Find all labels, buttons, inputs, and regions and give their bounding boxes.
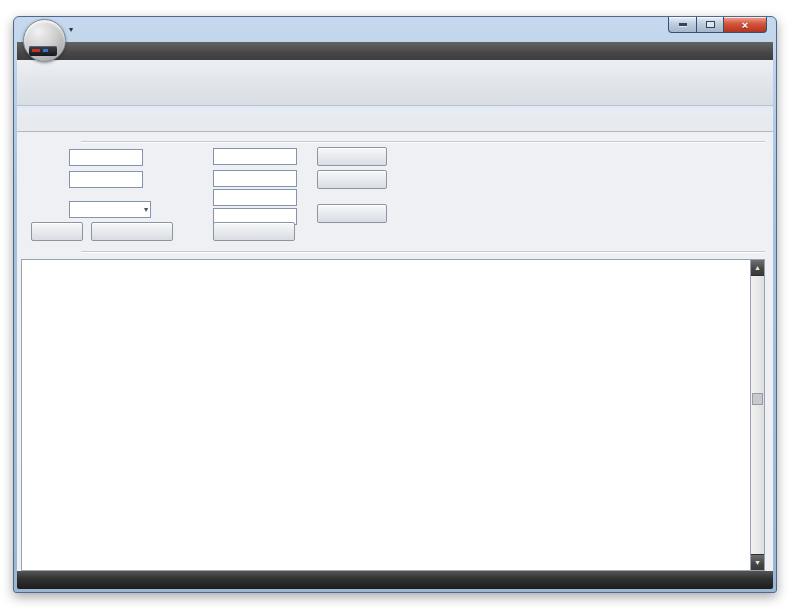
chevron-down-icon[interactable]: ▾ [144, 205, 148, 214]
scale-icon [29, 46, 57, 56]
quadratic-coef-input[interactable] [213, 148, 297, 165]
save-template-as-button[interactable] [91, 222, 173, 241]
close-icon: × [742, 20, 748, 30]
minimize-icon [679, 23, 687, 26]
scroll-up-button[interactable]: ▲ [751, 260, 764, 276]
scrollbar-track[interactable] [751, 276, 764, 554]
section-divider [81, 251, 765, 252]
write-calibration-word-button[interactable] [317, 204, 387, 223]
scroll-down-button[interactable]: ▼ [751, 554, 764, 570]
linear-adc-input[interactable] [69, 171, 143, 188]
quick-access-dropdown-icon[interactable]: ▾ [69, 25, 73, 34]
vertical-scrollbar[interactable]: ▲ ▼ [750, 260, 764, 570]
app-menu-button[interactable] [23, 19, 66, 62]
ribbon-tab-strip [17, 42, 773, 60]
enter-calibration-mode-button[interactable] [317, 147, 387, 166]
main-content: ▾ [17, 132, 773, 571]
calibration-process-panel: ▾ [17, 132, 773, 244]
linear-regression-button[interactable] [213, 222, 295, 241]
spreadsheet-cells [22, 260, 750, 570]
ribbon-bottom-spacer [17, 106, 773, 113]
window-controls: × [668, 17, 767, 33]
app-window: ▾ × ▾ [13, 16, 777, 593]
maximize-button[interactable] [697, 17, 724, 33]
reload-button[interactable] [31, 222, 83, 241]
minimize-button[interactable] [668, 17, 697, 33]
close-button[interactable]: × [724, 17, 767, 33]
spreadsheet: ▲ ▼ [21, 259, 765, 571]
titlebar: ▾ × [17, 17, 773, 42]
calibration-data-caption-row [17, 244, 773, 259]
read-calibration-word-button[interactable] [317, 170, 387, 189]
maximize-icon [706, 21, 715, 28]
ribbon-toolbar [17, 60, 773, 106]
status-bar [17, 571, 773, 589]
linear-coef-input[interactable] [213, 170, 297, 187]
document-tab-strip [17, 113, 773, 132]
weigh-value-input[interactable] [69, 149, 143, 166]
section-divider [81, 141, 765, 142]
scrollbar-thumb[interactable] [752, 393, 763, 405]
constant-input[interactable] [213, 189, 297, 206]
desktop: ▾ × ▾ [0, 0, 790, 610]
template-combobox[interactable]: ▾ [69, 201, 151, 218]
